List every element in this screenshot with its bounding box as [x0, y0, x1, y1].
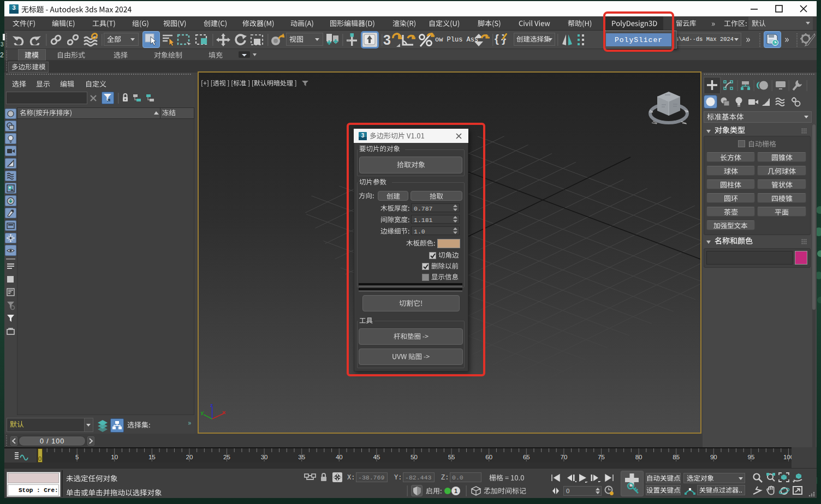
svg-text:z: z: [210, 403, 213, 409]
svg-text:1: 1: [454, 488, 457, 494]
svg-text:3: 3: [12, 4, 15, 11]
